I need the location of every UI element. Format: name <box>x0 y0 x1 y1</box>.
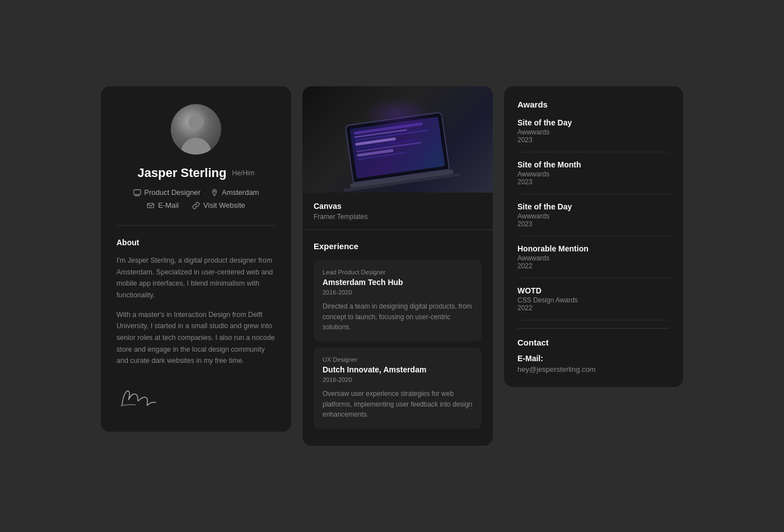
contact-email-label: E-Mail: <box>517 354 670 363</box>
awards-section-title: Awards <box>517 100 670 109</box>
award-name-5: WOTD <box>517 286 670 295</box>
name-row: Jasper Sterling He/Him <box>138 166 255 180</box>
project-info: Canvas Framer Templates <box>302 193 493 230</box>
job-years-2: 2016-2020 <box>323 376 473 383</box>
avatar-image <box>171 104 221 155</box>
job-desc-1: Directed a team in designing digital pro… <box>323 301 473 333</box>
award-item-3: Site of the Day Awwwards 2023 <box>517 202 670 236</box>
cards-container: Jasper Sterling He/Him Product Designer <box>101 86 683 446</box>
contact-title: Contact <box>517 338 670 347</box>
divider <box>116 225 276 226</box>
award-name-4: Honorable Mention <box>517 244 670 253</box>
contact-section: Contact E-Mail: hey@jespersterling.com <box>517 328 670 374</box>
award-item-4: Honorable Mention Awwwards 2022 <box>517 244 670 278</box>
experience-title: Experience <box>314 241 482 251</box>
about-para-2: With a master's in Interaction Design fr… <box>116 309 276 367</box>
award-year-2: 2023 <box>517 178 670 186</box>
role-label: Product Designer <box>144 188 200 197</box>
email-icon <box>147 202 155 209</box>
about-para-1: I'm Jesper Sterling, a digital product d… <box>116 255 276 301</box>
award-year-5: 2022 <box>517 304 670 312</box>
job-company-2: Dutch Innovate, Amsterdam <box>323 365 473 374</box>
project-title: Canvas <box>314 202 482 211</box>
links-row: E-Mail Visit Website <box>147 201 245 209</box>
job-desc-2: Oversaw user experience strategies for w… <box>323 389 473 420</box>
svg-point-4 <box>214 190 216 192</box>
award-item-2: Site of the Month Awwwards 2023 <box>517 160 670 194</box>
awards-card: Awards Site of the Day Awwwards 2023 Sit… <box>504 86 683 387</box>
website-link[interactable]: Visit Website <box>192 201 245 209</box>
job-years-1: 2016-2020 <box>323 289 473 296</box>
job-role-2: UX Designer <box>323 356 473 363</box>
project-image <box>302 86 493 193</box>
contact-email-value: hey@jespersterling.com <box>517 365 670 374</box>
avatar <box>171 104 221 155</box>
award-name-3: Site of the Day <box>517 202 670 211</box>
award-org-3: Awwwards <box>517 212 670 220</box>
location-icon <box>211 189 218 197</box>
award-year-1: 2023 <box>517 136 670 144</box>
award-name-1: Site of the Day <box>517 118 670 127</box>
website-link-label: Visit Website <box>203 201 245 209</box>
location-label: Amsterdam <box>222 188 259 197</box>
award-org-5: CSS Design Awards <box>517 296 670 304</box>
email-link[interactable]: E-Mail <box>147 201 179 209</box>
link-icon <box>192 202 200 209</box>
person-name: Jasper Sterling <box>138 166 227 180</box>
signature <box>116 384 161 414</box>
award-org-1: Awwwards <box>517 128 670 136</box>
pronoun: He/Him <box>232 169 254 177</box>
award-org-2: Awwwards <box>517 170 670 178</box>
experience-section: Experience Lead Product Designer Amsterd… <box>302 230 493 446</box>
award-name-2: Site of the Month <box>517 160 670 169</box>
job-item-1: Lead Product Designer Amsterdam Tech Hub… <box>314 260 482 342</box>
meta-row: Product Designer Amsterdam <box>133 188 259 197</box>
award-item-5: WOTD CSS Design Awards 2022 <box>517 286 670 320</box>
profile-card: Jasper Sterling He/Him Product Designer <box>101 86 291 432</box>
svg-rect-0 <box>133 189 140 194</box>
project-subtitle: Framer Templates <box>314 213 482 221</box>
award-org-4: Awwwards <box>517 254 670 262</box>
about-title: About <box>116 238 139 247</box>
work-card: Canvas Framer Templates Experience Lead … <box>302 86 493 446</box>
email-link-label: E-Mail <box>158 201 179 209</box>
award-item-1: Site of the Day Awwwards 2023 <box>517 118 670 152</box>
location-item: Amsterdam <box>211 188 259 197</box>
job-company-1: Amsterdam Tech Hub <box>323 278 473 287</box>
job-item-2: UX Designer Dutch Innovate, Amsterdam 20… <box>314 347 482 429</box>
job-role-1: Lead Product Designer <box>323 269 473 276</box>
role-item: Product Designer <box>133 188 200 197</box>
award-year-4: 2022 <box>517 262 670 270</box>
monitor-icon <box>133 189 141 197</box>
award-year-3: 2023 <box>517 220 670 228</box>
